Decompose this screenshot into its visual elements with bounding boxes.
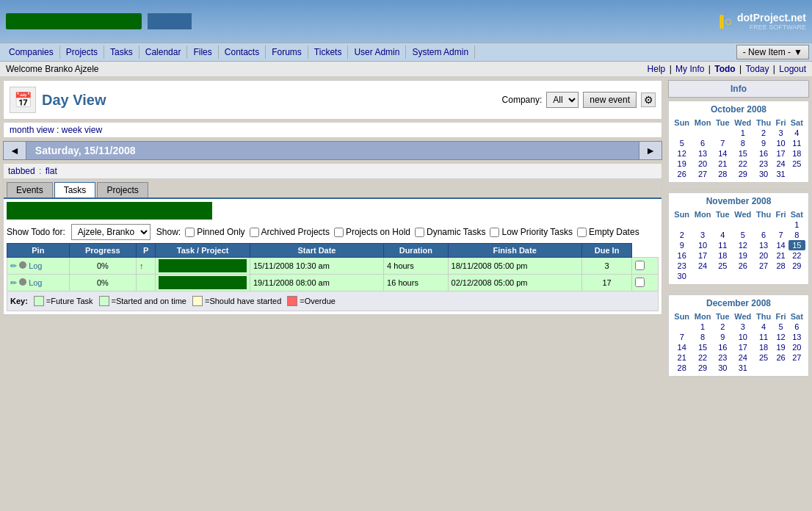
cal-day[interactable]: 22 xyxy=(732,159,754,169)
cal-day[interactable]: 14 xyxy=(714,148,732,159)
cal-day[interactable]: 9 xyxy=(754,138,774,148)
cal-day[interactable]: 13 xyxy=(754,240,774,250)
cal-day[interactable]: 18 xyxy=(789,148,805,159)
nav-tasks[interactable]: Tasks xyxy=(104,46,139,59)
todo-link[interactable]: Todo xyxy=(714,64,735,74)
cal-day[interactable]: 23 xyxy=(672,261,692,271)
cal-day[interactable]: 19 xyxy=(672,159,692,169)
cal-day[interactable]: 21 xyxy=(672,352,692,363)
cal-day[interactable]: 21 xyxy=(714,159,732,169)
cal-day[interactable]: 24 xyxy=(732,352,754,363)
cal-day[interactable]: 26 xyxy=(732,261,754,271)
cal-day[interactable]: 7 xyxy=(714,138,732,148)
cal-day[interactable]: 16 xyxy=(714,342,732,352)
logout-link[interactable]: Logout xyxy=(779,64,806,74)
nav-user-admin[interactable]: User Admin xyxy=(348,46,406,59)
tab-events[interactable]: Events xyxy=(7,182,53,197)
gear-icon[interactable]: ⚙ xyxy=(641,93,656,107)
cal-day[interactable]: 6 xyxy=(754,230,774,240)
tabbed-view-link[interactable]: tabbed xyxy=(8,166,35,176)
cal-day[interactable]: 4 xyxy=(714,230,732,240)
dynamic-tasks-checkbox[interactable] xyxy=(415,228,424,237)
cal-day[interactable]: 11 xyxy=(714,240,732,250)
cal-day[interactable]: 11 xyxy=(754,332,774,342)
cal-day[interactable]: 5 xyxy=(732,230,754,240)
cal-day[interactable]: 8 xyxy=(789,230,805,240)
cal-day[interactable]: 30 xyxy=(672,271,692,281)
cal-day[interactable]: 19 xyxy=(773,342,788,352)
cal-day[interactable]: 27 xyxy=(789,352,805,363)
cal-day[interactable]: 15 xyxy=(732,148,754,159)
cal-day[interactable]: 4 xyxy=(789,128,805,138)
user-selector[interactable]: Ajzele, Branko xyxy=(71,224,151,240)
cal-day-today[interactable]: 15 xyxy=(789,240,805,250)
cal-day[interactable]: 7 xyxy=(773,230,788,240)
cal-day[interactable]: 22 xyxy=(692,352,713,363)
cal-day[interactable]: 9 xyxy=(672,240,692,250)
cal-day[interactable]: 7 xyxy=(672,332,692,342)
cal-day[interactable]: 1 xyxy=(789,220,805,230)
cal-day[interactable]: 23 xyxy=(714,352,732,363)
dynamic-tasks-option[interactable]: Dynamic Tasks xyxy=(415,227,485,237)
cal-day[interactable]: 2 xyxy=(714,322,732,332)
low-priority-checkbox[interactable] xyxy=(490,228,499,237)
cal-day[interactable]: 24 xyxy=(692,261,713,271)
cal-day[interactable]: 28 xyxy=(714,169,732,179)
week-view-link[interactable]: week view xyxy=(62,125,102,135)
cal-day[interactable]: 16 xyxy=(754,148,774,159)
cal-day[interactable]: 23 xyxy=(754,159,774,169)
cal-day[interactable]: 12 xyxy=(732,240,754,250)
archived-projects-checkbox[interactable] xyxy=(250,228,259,237)
cal-day[interactable]: 16 xyxy=(672,250,692,261)
pinned-only-option[interactable]: Pinned Only xyxy=(185,227,244,237)
cal-day[interactable]: 20 xyxy=(789,342,805,352)
cal-day[interactable]: 14 xyxy=(773,240,788,250)
nav-tickets[interactable]: Tickets xyxy=(308,46,349,59)
cal-day[interactable]: 2 xyxy=(754,128,774,138)
empty-dates-checkbox[interactable] xyxy=(577,228,587,237)
company-dropdown[interactable]: All xyxy=(546,92,579,108)
cal-day[interactable]: 25 xyxy=(714,261,732,271)
help-link[interactable]: Help xyxy=(648,64,666,74)
nav-projects[interactable]: Projects xyxy=(60,46,104,59)
nav-calendar[interactable]: Calendar xyxy=(139,46,188,59)
pinned-only-checkbox[interactable] xyxy=(185,228,195,237)
cal-day[interactable]: 1 xyxy=(692,322,713,332)
cal-day[interactable]: 2 xyxy=(672,230,692,240)
cal-day[interactable]: 3 xyxy=(732,322,754,332)
cal-day[interactable]: 14 xyxy=(672,342,692,352)
cal-day[interactable]: 8 xyxy=(692,332,713,342)
cal-day[interactable]: 17 xyxy=(692,250,713,261)
projects-on-hold-option[interactable]: Projects on Hold xyxy=(334,227,410,237)
cal-day[interactable]: 29 xyxy=(789,261,805,271)
cal-day[interactable]: 18 xyxy=(714,250,732,261)
cal-day[interactable]: 26 xyxy=(773,352,788,363)
cal-day[interactable]: 25 xyxy=(754,352,774,363)
new-event-button[interactable]: new event xyxy=(583,92,637,108)
cal-day[interactable]: 20 xyxy=(692,159,713,169)
cal-day[interactable]: 3 xyxy=(692,230,713,240)
task-checkbox-1[interactable] xyxy=(635,261,645,270)
cal-day[interactable]: 27 xyxy=(692,169,713,179)
cal-day[interactable]: 13 xyxy=(692,148,713,159)
new-item-button[interactable]: - New Item - ▼ xyxy=(736,45,809,59)
cal-day[interactable]: 11 xyxy=(789,138,805,148)
cal-day[interactable]: 19 xyxy=(732,250,754,261)
cal-day[interactable]: 5 xyxy=(672,138,692,148)
nav-companies[interactable]: Companies xyxy=(3,46,60,59)
cal-day[interactable]: 25 xyxy=(789,159,805,169)
empty-dates-option[interactable]: Empty Dates xyxy=(577,227,639,237)
cal-day[interactable]: 10 xyxy=(732,332,754,342)
cal-day[interactable]: 31 xyxy=(773,169,788,179)
cal-day[interactable]: 28 xyxy=(773,261,788,271)
log-link-1[interactable]: Log xyxy=(29,261,42,270)
cal-day[interactable]: 30 xyxy=(754,169,774,179)
cal-day[interactable]: 28 xyxy=(672,363,692,373)
cal-day[interactable]: 10 xyxy=(773,138,788,148)
cal-day[interactable]: 29 xyxy=(732,169,754,179)
cal-day[interactable]: 5 xyxy=(773,322,788,332)
archived-projects-option[interactable]: Archived Projects xyxy=(250,227,330,237)
next-date-button[interactable]: ► xyxy=(639,142,661,159)
flat-view-link[interactable]: flat xyxy=(46,166,57,176)
projects-on-hold-checkbox[interactable] xyxy=(334,228,344,237)
